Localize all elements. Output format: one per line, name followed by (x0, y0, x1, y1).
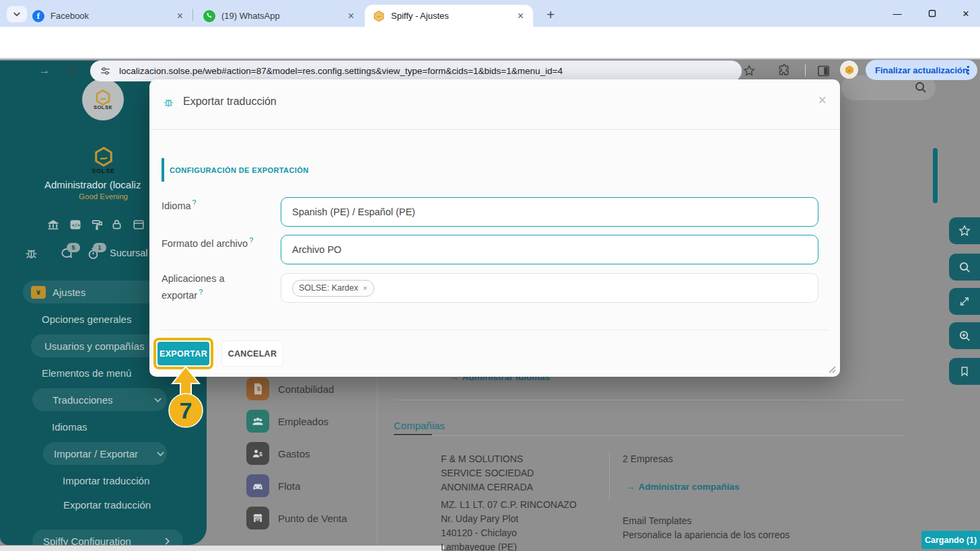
timer-icon[interactable]: 1 (86, 247, 100, 260)
file-format-select[interactable]: Archivo PO (281, 235, 818, 264)
app-row-pos[interactable]: Punto de Venta (246, 506, 347, 530)
browser-address-bar: ← → localizacion.solse.pe/web#action=87&… (0, 27, 980, 59)
facebook-icon: f (32, 10, 44, 22)
apps-to-export-label: Aplicaciones a exportar? (162, 272, 225, 302)
tag-remove-icon[interactable]: × (363, 284, 367, 292)
browser-menu-icon[interactable]: ⋮ (961, 62, 975, 78)
company-address: MZ. L1 LT. 07 C.P. RINCONAZO Nr. Uday Pa… (441, 498, 577, 551)
avatar[interactable]: SOLSE (82, 79, 124, 120)
maximize-icon (928, 9, 936, 17)
section-title: CONFIGURACIÓN DE EXPORTACIÓN (170, 166, 309, 174)
help-icon[interactable]: ? (193, 198, 197, 207)
sidebar-item-importar-exportar[interactable]: Importar / Exportar (0, 440, 207, 467)
url-text: localizacion.solse.pe/web#action=87&mode… (119, 66, 563, 76)
sidebar-item-opciones-generales[interactable]: Opciones generales (42, 305, 131, 332)
app-row-accounting[interactable]: $ Contabilidad (246, 377, 334, 401)
zoom-toolbar-button[interactable] (949, 322, 980, 349)
timer-badge: 1 (93, 243, 106, 252)
sidebar-item-elementos-menu[interactable]: Elementos de menú (42, 359, 131, 386)
cancel-button[interactable]: CANCELAR (222, 341, 283, 366)
page-scrollbar-thumb[interactable] (933, 148, 938, 203)
window-close-button[interactable]: ✕ (950, 0, 980, 27)
reload-button[interactable] (63, 63, 79, 79)
url-field[interactable]: localizacion.solse.pe/web#action=87&mode… (90, 61, 742, 81)
help-icon[interactable]: ? (249, 236, 253, 244)
browser-tab-strip: f Facebook × (19) WhatsApp × Spiffy - Aj… (0, 0, 980, 27)
export-button[interactable]: EXPORTAR (158, 342, 209, 365)
manage-companies-link[interactable]: →Administrar compañías (626, 482, 740, 492)
expand-icon (958, 295, 971, 307)
reload-icon (66, 65, 77, 77)
chat-icon[interactable]: 5 (59, 247, 74, 260)
bookmark-star-icon[interactable] (740, 62, 758, 79)
expand-toolbar-button[interactable] (949, 288, 980, 315)
zoom-in-icon (958, 330, 971, 342)
tab-close-icon[interactable]: × (345, 10, 357, 22)
app-label: Flota (278, 480, 300, 492)
whatsapp-icon (203, 10, 215, 22)
split-screen-icon[interactable] (814, 62, 832, 79)
back-button[interactable]: ← (11, 63, 27, 79)
tab-close-icon[interactable]: × (174, 10, 186, 22)
employees-icon (246, 410, 269, 433)
forward-button[interactable]: → (36, 63, 53, 79)
sidebar-item-exportar-traduccion[interactable]: Exportar traducción (63, 491, 151, 518)
chevron-down-icon (13, 11, 21, 17)
tab-spiffy-ajustes[interactable]: Spiffy - Ajustes × (365, 5, 533, 27)
language-select[interactable]: Spanish (PE) / Español (PE) (281, 197, 818, 227)
search-toolbar-button[interactable] (949, 254, 980, 281)
paint-roller-icon[interactable] (90, 219, 104, 231)
window-maximize-button[interactable] (917, 0, 948, 27)
app-label: Contabilidad (278, 383, 334, 395)
sidebar-item-idiomas[interactable]: Idiomas (52, 413, 88, 440)
code-icon[interactable]: </> (69, 219, 82, 231)
company-name: F & M SOLUTIONS SERVICE SOCIEDAD ANONIMA… (441, 452, 534, 494)
extensions-icon[interactable] (775, 62, 793, 79)
dialog-close-icon[interactable]: × (818, 93, 827, 108)
bookmark-toolbar-button[interactable] (949, 358, 980, 385)
app-row-expenses[interactable]: $ Gastos (246, 441, 310, 466)
lock-icon[interactable] (110, 218, 123, 231)
svg-text:$: $ (259, 451, 262, 457)
app-label: Gastos (278, 448, 310, 460)
tab-separator (193, 9, 193, 21)
favorites-toolbar-button[interactable] (949, 217, 980, 244)
page-bottom-strip (0, 546, 444, 551)
app-row-employees[interactable]: Empleados (246, 409, 328, 433)
bug-icon[interactable] (24, 247, 38, 260)
star-icon (958, 224, 971, 237)
profile-avatar[interactable] (840, 61, 858, 79)
chat-badge: 5 (67, 243, 80, 252)
language-label: Idioma? (162, 196, 197, 213)
site-info-icon[interactable] (100, 65, 111, 77)
app-tag[interactable]: SOLSE: Kardex × (292, 280, 374, 297)
sidebar-item-spiffy-configuration[interactable]: Spiffy Configuration (0, 527, 207, 545)
tab-whatsapp[interactable]: (19) WhatsApp × (195, 5, 363, 27)
settings-folder-icon: ∨ (31, 286, 46, 299)
app-row-fleet[interactable]: Flota (246, 474, 300, 498)
companies-divider (394, 435, 905, 436)
help-icon[interactable]: ? (199, 288, 203, 296)
email-templates-block: Email Templates Personalice la aparienci… (623, 514, 790, 542)
tab-close-icon[interactable]: × (515, 10, 526, 22)
branch-label[interactable]: Sucursal (110, 248, 147, 258)
step-number: 7 (180, 398, 193, 423)
accounting-icon: $ (246, 377, 269, 400)
dialog-title: Exportar traducción (183, 96, 277, 108)
bank-icon[interactable] (46, 218, 61, 231)
apps-to-export-field[interactable]: SOLSE: Kardex × (281, 273, 818, 303)
export-translation-dialog: Exportar traducción × CONFIGURACIÓN DE E… (149, 79, 840, 377)
search-icon (914, 81, 928, 94)
window-icon[interactable] (132, 219, 145, 231)
company-count: 2 Empresas (623, 452, 673, 466)
dialog-resize-grip[interactable] (829, 366, 836, 373)
dialog-header-divider (149, 129, 840, 130)
companies-heading: Compañias (394, 420, 445, 431)
debug-bug-icon (163, 97, 174, 108)
new-tab-button[interactable]: + (541, 5, 560, 24)
tab-facebook[interactable]: f Facebook × (24, 5, 193, 27)
spiffy-icon (373, 10, 385, 22)
sidebar-item-importar-traduccion[interactable]: Importar traducción (63, 467, 149, 494)
window-minimize-button[interactable]: — (882, 0, 913, 27)
solse-logo-icon (93, 147, 114, 167)
